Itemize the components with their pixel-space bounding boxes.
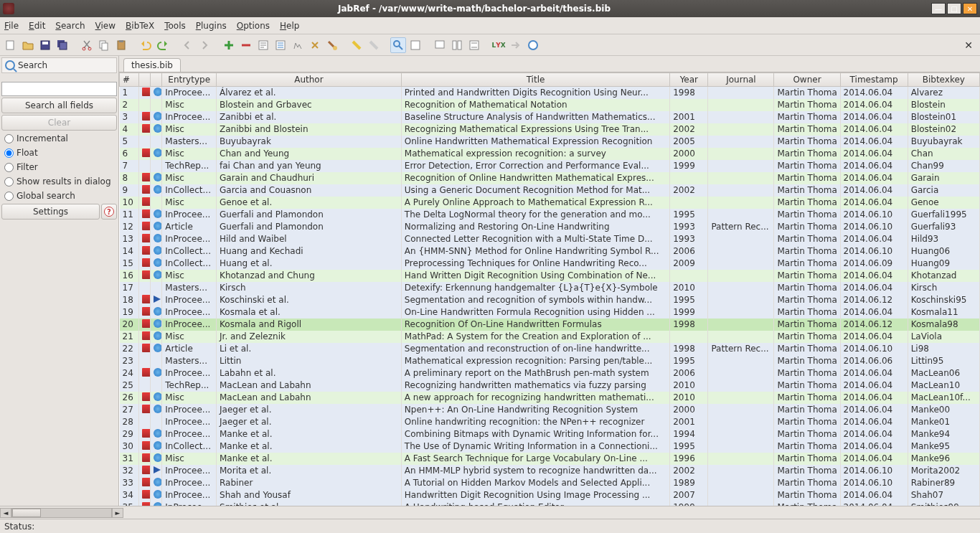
table-row[interactable]: 25TechRep...MacLean and LabahnRecognizin…: [120, 379, 980, 392]
col-title[interactable]: Title: [401, 73, 669, 87]
pdf-icon[interactable]: [142, 148, 151, 157]
web-icon[interactable]: [154, 319, 162, 328]
scroll-thumb[interactable]: [12, 509, 41, 517]
table-row[interactable]: 31MiscManke et al.A Fast Search Techniqu…: [120, 453, 980, 465]
delete-entry-icon[interactable]: [238, 37, 254, 53]
web-icon[interactable]: [154, 478, 162, 486]
global-search-radio[interactable]: Global search: [1, 189, 117, 202]
col-author[interactable]: Author: [217, 73, 402, 87]
col-bibtexkey[interactable]: Bibtexkey: [908, 73, 979, 87]
scroll-track[interactable]: [11, 508, 112, 518]
table-row[interactable]: 21MiscJr. and ZeleznikMathPad: A System …: [120, 331, 980, 343]
filter-radio[interactable]: Filter: [1, 161, 117, 174]
redo-icon[interactable]: [155, 37, 171, 53]
table-row[interactable]: 32InProcee...Morita et al.An HMM-MLP hyb…: [120, 465, 980, 477]
save-icon[interactable]: [37, 37, 53, 53]
float-radio[interactable]: Float: [1, 146, 117, 159]
web-icon[interactable]: [154, 453, 162, 462]
pdf-icon[interactable]: [142, 319, 151, 328]
pdf-icon[interactable]: [142, 478, 151, 486]
tab-thesis[interactable]: thesis.bib: [123, 58, 181, 72]
col-owner[interactable]: Owner: [774, 73, 840, 87]
web-icon[interactable]: [154, 185, 162, 194]
search-input[interactable]: [1, 82, 117, 96]
pdf-icon[interactable]: [142, 502, 151, 506]
table-row[interactable]: 18InProcee...Koschinski et al.Segmentati…: [120, 294, 980, 306]
cut-icon[interactable]: [79, 37, 95, 53]
web-icon[interactable]: [154, 222, 162, 230]
web-icon[interactable]: [154, 234, 162, 242]
pdf-icon[interactable]: [142, 246, 151, 255]
table-row[interactable]: 29InProcee...Manke et al.Combining Bitma…: [120, 428, 980, 440]
push-icon[interactable]: [508, 37, 524, 53]
pdf-icon[interactable]: [142, 405, 151, 413]
edit-strings-icon[interactable]: [273, 37, 288, 53]
entries-table[interactable]: # Entrytype Author Title Year Journal Ow…: [119, 72, 980, 506]
autogenerate-icon[interactable]: [307, 37, 323, 53]
menu-plugins[interactable]: Plugins: [196, 21, 227, 31]
pdf-icon[interactable]: [142, 124, 151, 133]
toolbar-close-icon[interactable]: ✕: [964, 39, 977, 51]
table-row[interactable]: 10MiscGenoe et al.A Purely Online Approa…: [120, 197, 980, 209]
table-row[interactable]: 22ArticleLi et al.Segmentation and recon…: [120, 343, 980, 355]
col-entrytype[interactable]: Entrytype: [162, 73, 217, 87]
save-all-icon[interactable]: [55, 37, 70, 53]
edit-entry-icon[interactable]: [255, 37, 271, 53]
unmark-icon[interactable]: [366, 37, 382, 53]
menu-bibtex[interactable]: BibTeX: [126, 21, 154, 31]
web-icon[interactable]: [154, 124, 162, 133]
incremental-radio[interactable]: Incremental: [1, 132, 117, 145]
web-icon[interactable]: [154, 331, 162, 340]
lyx-icon[interactable]: LYX: [491, 37, 507, 53]
web-icon[interactable]: [154, 405, 162, 413]
web-icon[interactable]: [154, 173, 162, 181]
table-row[interactable]: 34InProcee...Shah and YousafHandwritten …: [120, 489, 980, 501]
table-row[interactable]: 15InCollect...Huang et al.Preprocessing …: [120, 258, 980, 270]
web-icon[interactable]: [154, 344, 162, 352]
web-icon[interactable]: [154, 441, 162, 450]
table-row[interactable]: 1InProcee...Álvarez et al.Printed and Ha…: [120, 87, 980, 99]
pdf-icon[interactable]: [142, 185, 151, 194]
help-icon[interactable]: ?: [101, 204, 117, 220]
web-icon[interactable]: [154, 490, 162, 499]
table-row[interactable]: 12ArticleGuerfali and PlamondonNormalizi…: [120, 221, 980, 233]
menu-tools[interactable]: Tools: [164, 21, 186, 31]
pdf-icon[interactable]: [142, 258, 151, 267]
web-icon[interactable]: [154, 246, 162, 255]
col-pdf[interactable]: [138, 73, 150, 87]
pdf-icon[interactable]: [142, 344, 151, 352]
table-row[interactable]: 5Masters...BuyubayrakOnline Handwritten …: [120, 136, 980, 148]
openoffice-icon[interactable]: [525, 37, 541, 53]
menu-options[interactable]: Options: [237, 21, 270, 31]
web-icon[interactable]: [154, 368, 162, 377]
web-icon[interactable]: [154, 502, 162, 506]
pdf-icon[interactable]: [142, 197, 151, 206]
scroll-left-icon[interactable]: ◄: [0, 508, 11, 518]
web-icon[interactable]: [154, 429, 162, 438]
pdf-icon[interactable]: [142, 429, 151, 438]
web-icon[interactable]: [154, 112, 162, 121]
pdf-icon[interactable]: [142, 368, 151, 377]
col-url[interactable]: [150, 73, 161, 87]
show-dialog-radio[interactable]: Show results in dialog: [1, 175, 117, 188]
pdf-icon[interactable]: [142, 392, 151, 401]
web-icon[interactable]: [154, 209, 162, 218]
table-row[interactable]: 27InProcee...Jaeger et al.Npen++: An On-…: [120, 404, 980, 416]
table-row[interactable]: 7TechRep...fai Chan and yan YeungError D…: [120, 160, 980, 172]
undo-icon[interactable]: [138, 37, 154, 53]
table-row[interactable]: 28InProcee...Jaeger et al.Online handwri…: [120, 416, 980, 428]
new-db-icon[interactable]: [3, 37, 19, 53]
table-row[interactable]: 20InProcee...Kosmala and RigollRecogniti…: [120, 319, 980, 331]
pdf-icon[interactable]: [142, 112, 151, 121]
clear-button[interactable]: Clear: [1, 115, 117, 131]
web-icon[interactable]: [154, 88, 162, 96]
pdf-icon[interactable]: [142, 307, 151, 316]
db-props-icon[interactable]: [432, 37, 448, 53]
table-row[interactable]: 6MiscChan and YeungMathematical expressi…: [120, 148, 980, 160]
search-panel-header[interactable]: Search: [1, 57, 117, 73]
play-icon[interactable]: [154, 296, 161, 303]
close-button[interactable]: ✕: [963, 3, 977, 14]
web-icon[interactable]: [154, 270, 162, 279]
menu-file[interactable]: File: [4, 21, 19, 31]
web-icon[interactable]: [154, 148, 162, 157]
